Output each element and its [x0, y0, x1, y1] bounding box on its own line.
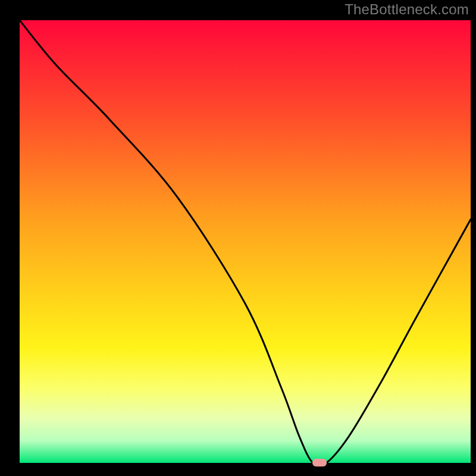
- optimum-marker: [312, 459, 327, 466]
- watermark-text: TheBottleneck.com: [345, 1, 469, 18]
- gradient-background: [20, 20, 471, 463]
- bottleneck-chart: [0, 0, 476, 476]
- chart-frame: { "watermark": "TheBottleneck.com", "cha…: [0, 0, 476, 476]
